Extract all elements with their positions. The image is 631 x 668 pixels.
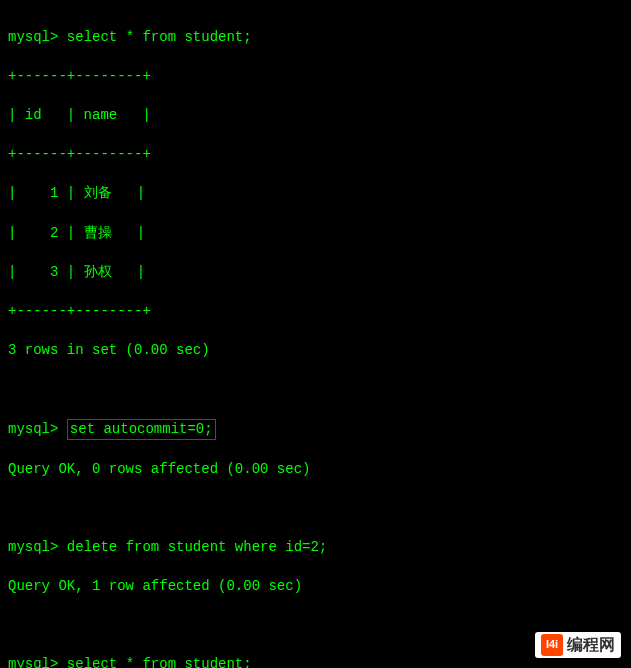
result-ok: Query OK, 1 row affected (0.00 sec): [8, 577, 623, 597]
query-text: set autocommit=0;: [70, 421, 213, 437]
table-row: | 2 | 曹操 |: [8, 224, 623, 244]
prompt-line: mysql> delete from student where id=2;: [8, 538, 623, 558]
table-border: +------+--------+: [8, 302, 623, 322]
prompt-line: mysql> select * from student;: [8, 655, 623, 668]
query-text: delete from student where id=2;: [67, 539, 327, 555]
table-row: | 1 | 刘备 |: [8, 184, 623, 204]
prompt-line: mysql> select * from student;: [8, 28, 623, 48]
mysql-prompt: mysql>: [8, 29, 58, 45]
mysql-prompt: mysql>: [8, 421, 58, 437]
watermark-logo-icon: I4i: [541, 634, 563, 656]
table-border: +------+--------+: [8, 67, 623, 87]
mysql-prompt: mysql>: [8, 656, 58, 668]
table-border: +------+--------+: [8, 145, 623, 165]
result-summary: 3 rows in set (0.00 sec): [8, 341, 623, 361]
result-ok: Query OK, 0 rows affected (0.00 sec): [8, 460, 623, 480]
table-header: | id | name |: [8, 106, 623, 126]
mysql-prompt: mysql>: [8, 539, 58, 555]
highlighted-command: set autocommit=0;: [67, 419, 216, 441]
watermark-text: 编程网: [567, 634, 615, 656]
prompt-line: mysql> set autocommit=0;: [8, 419, 623, 441]
query-text: select * from student;: [67, 29, 252, 45]
mysql-terminal: mysql> select * from student; +------+--…: [8, 8, 623, 668]
table-row: | 3 | 孙权 |: [8, 263, 623, 283]
watermark: I4i 编程网: [535, 632, 621, 658]
query-text: select * from student;: [67, 656, 252, 668]
